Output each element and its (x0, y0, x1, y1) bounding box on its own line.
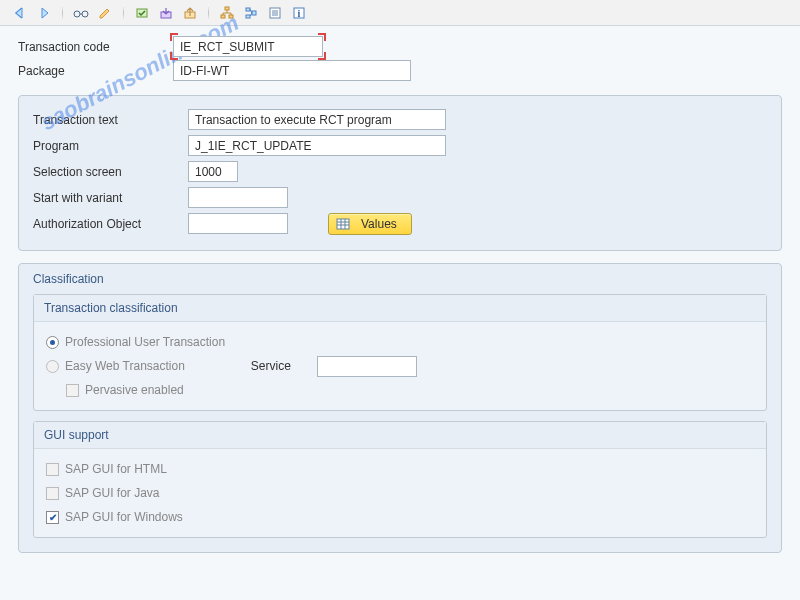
toolbar: i (0, 0, 800, 26)
selection-screen-label: Selection screen (33, 165, 188, 179)
svg-rect-7 (221, 15, 225, 18)
start-with-variant-field[interactable] (188, 187, 288, 208)
import-icon[interactable] (156, 3, 176, 23)
package-row: Package ID-FI-WT (18, 60, 782, 81)
package-label: Package (18, 64, 173, 78)
list-icon[interactable] (265, 3, 285, 23)
values-button[interactable]: Values (328, 213, 412, 235)
svg-rect-8 (229, 15, 233, 18)
checkbox-gui-java-label: SAP GUI for Java (65, 486, 159, 500)
transaction-classification-box: Transaction classification Professional … (33, 294, 767, 411)
transaction-classification-title: Transaction classification (34, 295, 766, 322)
checkbox-gui-java[interactable] (46, 487, 59, 500)
glasses-icon[interactable] (71, 3, 91, 23)
authorization-object-label: Authorization Object (33, 217, 188, 231)
forward-icon[interactable] (34, 3, 54, 23)
service-field[interactable] (317, 356, 417, 377)
hierarchy-icon[interactable] (217, 3, 237, 23)
classification-title: Classification (33, 268, 767, 294)
selection-screen-field[interactable]: 1000 (188, 161, 238, 182)
gui-support-title: GUI support (34, 422, 766, 449)
transaction-text-field[interactable]: Transaction to execute RCT program (188, 109, 446, 130)
detail-panel: Transaction text Transaction to execute … (18, 95, 782, 251)
transaction-code-field[interactable]: IE_RCT_SUBMIT (173, 36, 323, 57)
radio-easy-web-label: Easy Web Transaction (65, 359, 185, 373)
gui-support-box: GUI support SAP GUI for HTML SAP GUI for… (33, 421, 767, 538)
svg-point-1 (82, 11, 88, 17)
separator (123, 4, 124, 22)
service-label: Service (251, 359, 291, 373)
program-field[interactable]: J_1IE_RCT_UPDATE (188, 135, 446, 156)
transaction-code-row: Transaction code IE_RCT_SUBMIT (18, 36, 782, 57)
radio-professional[interactable] (46, 336, 59, 349)
checkbox-gui-windows[interactable] (46, 511, 59, 524)
svg-rect-20 (337, 219, 349, 229)
values-button-label: Values (361, 217, 397, 231)
info-icon[interactable]: i (289, 3, 309, 23)
checkbox-gui-html[interactable] (46, 463, 59, 476)
separator (62, 4, 63, 22)
checkbox-gui-windows-label: SAP GUI for Windows (65, 510, 183, 524)
check-icon[interactable] (132, 3, 152, 23)
edit-icon[interactable] (95, 3, 115, 23)
radio-professional-label: Professional User Transaction (65, 335, 225, 349)
authorization-object-field[interactable] (188, 213, 288, 234)
checkbox-pervasive[interactable] (66, 384, 79, 397)
svg-rect-9 (246, 8, 250, 11)
svg-point-0 (74, 11, 80, 17)
program-label: Program (33, 139, 188, 153)
transaction-code-label: Transaction code (18, 40, 173, 54)
transaction-text-label: Transaction text (33, 113, 188, 127)
table-icon (335, 216, 351, 232)
classification-panel: Classification Transaction classificatio… (18, 263, 782, 553)
export-icon[interactable] (180, 3, 200, 23)
checkbox-pervasive-label: Pervasive enabled (85, 383, 184, 397)
structure-icon[interactable] (241, 3, 261, 23)
svg-rect-6 (225, 7, 229, 10)
radio-easy-web[interactable] (46, 360, 59, 373)
back-icon[interactable] (10, 3, 30, 23)
start-with-variant-label: Start with variant (33, 191, 188, 205)
svg-text:i: i (298, 8, 301, 19)
package-field[interactable]: ID-FI-WT (173, 60, 411, 81)
separator (208, 4, 209, 22)
svg-rect-10 (246, 15, 250, 18)
svg-rect-11 (252, 11, 256, 15)
checkbox-gui-html-label: SAP GUI for HTML (65, 462, 167, 476)
